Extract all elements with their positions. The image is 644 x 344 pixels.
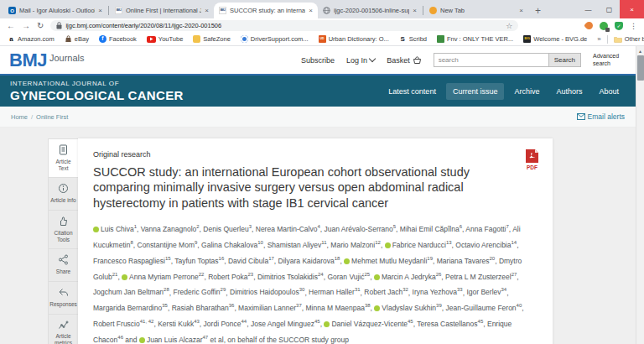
bookmark-star-icon[interactable]: ☆ xyxy=(506,22,512,30)
author-link[interactable]: Juan Arévalo-Serrano5 xyxy=(325,225,397,233)
author-link[interactable]: Nerea Martin-Calvo4 xyxy=(256,225,320,233)
author-link[interactable]: Fabrice Narducci13 xyxy=(392,241,452,249)
sidebar-item-citation-tools[interactable]: Citation Tools xyxy=(48,211,78,249)
author-link[interactable]: Jose Angel Minguez45 xyxy=(251,320,320,328)
scrollbar-up-icon[interactable]: ▲ xyxy=(638,46,642,55)
author-link[interactable]: Robert Jach32 xyxy=(364,288,408,296)
browser-tab[interactable]: ijgc-2020-001506-inline-supp...× xyxy=(318,3,422,18)
breadcrumb-home[interactable]: Home xyxy=(11,113,28,121)
close-button[interactable]: × xyxy=(620,0,644,18)
author-link[interactable]: Herman Haller31 xyxy=(309,288,360,296)
author-link[interactable]: Vladyslav Sukhin39 xyxy=(382,304,441,312)
author-link[interactable]: Octavio Arencibia14 xyxy=(455,241,517,249)
shield-check-icon[interactable]: ✓ xyxy=(615,22,623,30)
tab-close-icon[interactable]: × xyxy=(309,7,313,14)
author-link[interactable]: Luis Chiva1 xyxy=(101,225,137,233)
bookmark-item[interactable]: Fnv : ONLY THE VER... xyxy=(437,35,513,43)
extension-orange-icon[interactable] xyxy=(584,20,595,31)
author-link[interactable]: Mario Malzoni12 xyxy=(330,241,381,249)
subscribe-link[interactable]: Subscribe xyxy=(301,56,335,65)
extension-green-icon[interactable] xyxy=(600,22,608,30)
bookmark-item[interactable]: BVGWelcome - BVG.de xyxy=(523,35,587,43)
author-link[interactable]: Mariana Tavares20 xyxy=(437,257,495,265)
journal-nav-authors[interactable]: Authors xyxy=(549,83,589,100)
author-link[interactable]: Kersti Kukk43 xyxy=(158,320,200,328)
journal-nav-about[interactable]: About xyxy=(592,83,626,100)
bookmark-item[interactable]: SScribd xyxy=(399,35,427,43)
maximize-button[interactable]: ▢ xyxy=(599,0,620,18)
browser-tab[interactable]: New Tab× xyxy=(424,3,528,18)
bookmarks-overflow-icon[interactable]: » xyxy=(597,35,600,43)
tab-close-icon[interactable]: × xyxy=(205,7,209,14)
author-link[interactable]: Margarida Bernardino35 xyxy=(93,304,168,312)
author-link[interactable]: Iryna Yezhova33 xyxy=(413,288,463,296)
address-bar[interactable]: ijgc.bmj.com/content/early/2020/08/11/ij… xyxy=(50,20,518,31)
author-link[interactable]: Robert Poka23 xyxy=(208,273,253,281)
author-link[interactable]: Robert Fruscio41, 42 xyxy=(93,320,153,328)
author-link[interactable]: Anna Myriam Perrone22 xyxy=(129,273,204,281)
author-link[interactable]: Petra L M Zusterzeel27 xyxy=(445,273,517,281)
sidebar-item-article-text[interactable]: Article Text xyxy=(48,138,78,178)
sidebar-item-article-metrics[interactable]: Article metrics xyxy=(48,315,78,344)
search-input[interactable] xyxy=(434,53,549,67)
journal-masthead[interactable]: INTERNATIONAL JOURNAL OF GYNECOLOGICAL C… xyxy=(10,80,184,102)
author-link[interactable]: Anna Fagotti7 xyxy=(465,225,509,233)
author-link[interactable]: Jean-Guillaume Feron40 xyxy=(446,304,522,312)
author-link[interactable]: Minna M Maenpaa38 xyxy=(306,304,371,312)
bmj-logo[interactable]: BMJ xyxy=(9,51,47,70)
search-button[interactable]: Search xyxy=(549,53,581,67)
author-link[interactable]: Dilyara Kaidarova18 xyxy=(278,257,340,265)
bookmark-item[interactable]: DriverSupport.com... xyxy=(241,35,309,43)
email-alerts-link[interactable]: Email alerts xyxy=(577,112,625,121)
author-link[interactable]: Goran Vujić25 xyxy=(327,273,370,281)
tab-close-icon[interactable]: × xyxy=(98,7,102,14)
scrollbar-thumb[interactable] xyxy=(637,55,644,81)
author-link[interactable]: Igor Berlev34 xyxy=(466,288,506,296)
browser-menu-icon[interactable]: ⋮ xyxy=(630,22,637,30)
minimize-button[interactable]: — xyxy=(578,0,599,18)
basket-link[interactable]: Basket xyxy=(387,56,422,65)
author-link[interactable]: Mehmet Mutlu Meydanli19 xyxy=(351,257,433,265)
login-link[interactable]: Log In xyxy=(346,56,375,65)
bookmark-item[interactable]: fFacebook xyxy=(99,35,137,43)
bookmark-item[interactable]: aAmazon.com xyxy=(8,35,55,43)
browser-tab[interactable]: OMail - Igor Aluloski - Outlook× xyxy=(3,3,107,18)
journal-nav-archive[interactable]: Archive xyxy=(507,83,546,100)
author-link[interactable]: Vanna Zanagnolo2 xyxy=(141,225,200,233)
author-link[interactable]: Jordi Ponce44 xyxy=(204,320,247,328)
bookmark-item[interactable]: YouTube xyxy=(147,35,183,43)
bookmark-item[interactable]: eBay xyxy=(65,35,89,43)
author-link[interactable]: Frederic Goffin29 xyxy=(174,288,226,296)
author-link[interactable]: Jogchum Jan Beltman28 xyxy=(93,288,169,296)
author-link[interactable]: Maximilian Lanner37 xyxy=(238,304,302,312)
author-link[interactable]: Tayfun Toptas16 xyxy=(174,257,224,265)
advanced-search-link[interactable]: Advanced search xyxy=(593,53,626,66)
author-link[interactable]: Juan Luis Alcazar47 xyxy=(147,336,208,344)
sidebar-item-article-info[interactable]: Article info xyxy=(48,178,78,211)
tab-close-icon[interactable]: × xyxy=(413,7,417,14)
pdf-download[interactable]: PDF xyxy=(525,149,539,170)
bookmark-item[interactable]: SafeZone xyxy=(193,35,231,43)
author-link[interactable]: David Cibula17 xyxy=(228,257,274,265)
reload-icon[interactable]: ↻ xyxy=(37,22,44,30)
breadcrumb-online-first[interactable]: Online First xyxy=(36,113,68,121)
new-tab-button[interactable]: + xyxy=(535,5,541,17)
author-link[interactable]: Mihai Emil Căpîlna6 xyxy=(400,225,462,233)
tab-close-icon[interactable]: × xyxy=(519,7,523,14)
author-link[interactable]: Dimitrios Haidopoulos30 xyxy=(230,288,304,296)
forward-icon[interactable]: → xyxy=(22,22,30,30)
author-link[interactable]: Rasiah Bharathan36 xyxy=(172,304,235,312)
back-icon[interactable]: ← xyxy=(7,22,15,30)
page-scrollbar[interactable]: ▲ xyxy=(636,46,644,344)
author-link[interactable]: Daniel Vázquez-Vicente45 xyxy=(331,320,413,328)
author-link[interactable]: Constantijne Mom9 xyxy=(138,241,198,249)
author-link[interactable]: Francesco Raspagliesi15 xyxy=(93,257,171,265)
bookmark-item[interactable]: UDUrban Dictionary: O... xyxy=(319,35,389,43)
author-link[interactable]: Galina Chakalova10 xyxy=(201,241,263,249)
other-bookmarks[interactable]: Other bookmarks xyxy=(614,35,644,43)
browser-tab[interactable]: BMJSUCCOR study: an internation...× xyxy=(214,3,318,18)
author-link[interactable]: Teresa Castellanos45 xyxy=(417,320,483,328)
author-link[interactable]: Dimitrios Tsolakidis24 xyxy=(257,273,324,281)
author-link[interactable]: Marcin A Jedryka26 xyxy=(382,273,441,281)
url-text[interactable]: ijgc.bmj.com/content/early/2020/08/11/ij… xyxy=(65,22,221,29)
